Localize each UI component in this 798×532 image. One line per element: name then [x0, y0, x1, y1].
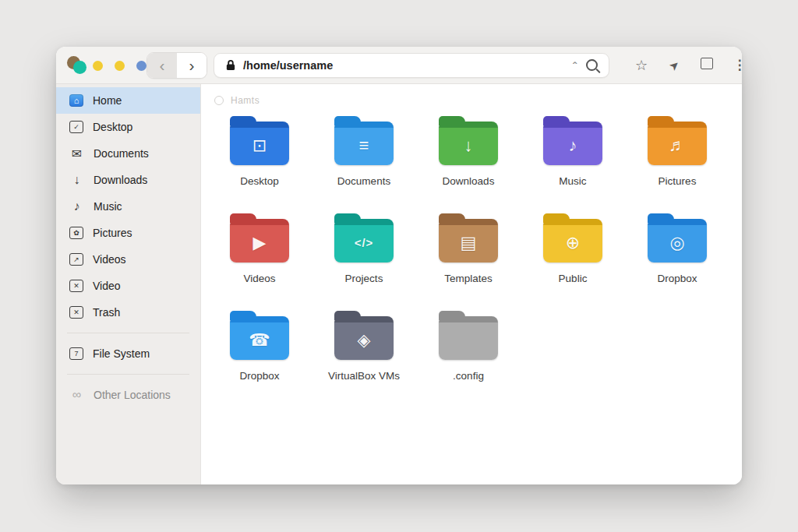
sidebar-item-file-system[interactable]: 7File System: [56, 340, 200, 367]
sidebar-item-desktop[interactable]: ✓Desktop: [56, 114, 200, 140]
forward-button[interactable]: ›: [177, 53, 207, 78]
folder-icon: ☎: [230, 316, 289, 360]
folder-icon: ≡: [334, 122, 394, 165]
traffic-dot-blue[interactable]: [136, 61, 147, 71]
sidebar-item-label: Videos: [93, 253, 126, 266]
folder-label: Downloads: [443, 175, 495, 187]
folder-label: Videos: [243, 273, 275, 284]
folder-tile-videos[interactable]: ▶Videos: [230, 213, 289, 284]
desktop-icon: ✓: [69, 121, 83, 133]
folder-label: Desktop: [240, 175, 279, 187]
folder-label: .config: [453, 370, 484, 382]
downloads-glyph-icon: ↓: [464, 137, 473, 154]
folder-label: Documents: [337, 175, 390, 187]
share-icon: ➤: [666, 57, 682, 74]
folder-tile-downloads[interactable]: ↓Downloads: [439, 115, 498, 187]
location-label: Hamts: [231, 95, 260, 106]
dropbox-glyph-icon: ◎: [669, 234, 684, 252]
traffic-dot-teal[interactable]: [73, 61, 87, 74]
sidebar-item-pictures[interactable]: ✿Pictures: [56, 220, 200, 246]
folder-tile-virtualbox-vms[interactable]: ◈VirtualBox VMs: [328, 310, 400, 382]
folder-grid: ⊡Desktop≡Documents↓Downloads♪Music♬Pictu…: [207, 115, 729, 382]
folder-label: Dropbox: [239, 370, 279, 382]
sidebar-item-downloads[interactable]: ↓Downloads: [56, 167, 200, 193]
folder-icon: ↓: [439, 122, 498, 165]
folder-tile-documents[interactable]: ≡Documents: [334, 115, 394, 187]
documents-glyph-icon: ≡: [359, 137, 369, 154]
file-system-icon: 7: [69, 347, 83, 360]
virtualbox-vms-glyph-icon: ◈: [358, 332, 371, 349]
folder-label: VirtualBox VMs: [328, 370, 400, 382]
folder-tile-dropbox[interactable]: ☎Dropbox: [230, 310, 289, 382]
trash-icon: ✕: [69, 306, 83, 319]
folder-tile-dropbox[interactable]: ◎Dropbox: [648, 213, 707, 284]
folder-label: Projects: [345, 273, 383, 284]
sidebar-item-trash[interactable]: ✕Trash: [56, 299, 200, 326]
folder-icon: ▤: [439, 219, 498, 262]
folder-label: Music: [559, 175, 586, 187]
menu-button[interactable]: ⋮: [723, 57, 742, 73]
folder-icon: ⊡: [230, 122, 289, 165]
folder-tile-music[interactable]: ♪Music: [543, 115, 602, 187]
sidebar-item-label: Pictures: [93, 227, 132, 239]
desktop-glyph-icon: ⊡: [252, 137, 267, 154]
location-header: Hamts: [214, 95, 260, 106]
sidebar-item-other-locations[interactable]: ∞Other Locations: [56, 382, 200, 408]
folder-icon: ◈: [334, 316, 394, 360]
folder-label: Templates: [444, 273, 493, 284]
sidebar-item-label: Music: [94, 200, 122, 213]
star-bookmark-button[interactable]: ☆: [625, 57, 658, 74]
video-icon: ✕: [69, 280, 83, 292]
templates-glyph-icon: ▤: [461, 234, 477, 252]
folder-label: Dropbox: [657, 273, 697, 284]
folder-tile-projects[interactable]: </>Projects: [334, 213, 394, 284]
folder-icon: </>: [334, 219, 394, 262]
sidebar: ⌂Home✓Desktop✉Documents↓Downloads♪Music✿…: [56, 84, 201, 484]
search-icon[interactable]: [586, 59, 598, 71]
traffic-dot-yellow-1[interactable]: [93, 61, 103, 71]
sidebar-item-label: Other Locations: [94, 389, 171, 401]
projects-glyph-icon: </>: [355, 237, 374, 248]
content-area: Hamts ⊡Desktop≡Documents↓Downloads♪Music…: [201, 84, 742, 484]
sidebar-divider: [67, 374, 189, 375]
sidebar-item-videos[interactable]: ↗Videos: [56, 246, 200, 273]
sidebar-item-home[interactable]: ⌂Home: [56, 87, 200, 114]
sidebar-item-documents[interactable]: ✉Documents: [56, 140, 200, 167]
window-controls: [67, 55, 147, 76]
folder-icon: [439, 316, 498, 360]
sidebar-divider: [67, 333, 189, 333]
view-toggle-button[interactable]: [690, 57, 723, 73]
sidebar-item-label: Documents: [94, 147, 149, 160]
sidebar-item-video[interactable]: ✕Video: [56, 273, 200, 299]
share-button[interactable]: ➤: [658, 57, 690, 73]
folder-icon: ◎: [648, 219, 707, 262]
documents-icon: ✉: [69, 146, 84, 161]
folder-icon: ♪: [543, 122, 602, 165]
toolbar-actions: ☆ ➤ ⋮: [625, 57, 742, 74]
sidebar-item-label: File System: [93, 347, 150, 360]
toolbar: ‹ › /home/username ˆ ☆ ➤ ⋮: [56, 47, 742, 84]
music-icon: ♪: [69, 199, 84, 213]
folder-tile-pictures[interactable]: ♬Pictures: [648, 115, 707, 187]
address-path: /home/username: [243, 59, 573, 72]
sidebar-item-label: Video: [93, 280, 121, 292]
folder-tile-desktop[interactable]: ⊡Desktop: [230, 115, 289, 187]
traffic-dot-yellow-2[interactable]: [115, 61, 125, 71]
other-locations-icon: ∞: [69, 388, 84, 402]
file-manager-window: ‹ › /home/username ˆ ☆ ➤ ⋮ ⌂Home✓Desktop…: [56, 47, 742, 484]
dropbox-glyph-icon: ☎: [249, 332, 270, 349]
sidebar-item-music[interactable]: ♪Music: [56, 193, 200, 220]
videos-icon: ↗: [69, 253, 83, 266]
caret-icon[interactable]: ˆ: [573, 60, 577, 73]
window-body: ⌂Home✓Desktop✉Documents↓Downloads♪Music✿…: [56, 84, 742, 484]
sidebar-item-label: Desktop: [93, 121, 132, 133]
folder-tile-templates[interactable]: ▤Templates: [439, 213, 498, 284]
back-button[interactable]: ‹: [147, 53, 177, 78]
folder-tile-public[interactable]: ⊕Public: [543, 213, 602, 284]
address-bar[interactable]: /home/username ˆ: [214, 53, 609, 78]
nav-buttons: ‹ ›: [147, 52, 207, 79]
sidebar-item-label: Home: [93, 94, 122, 107]
pictures-glyph-icon: ♬: [669, 137, 686, 154]
downloads-icon: ↓: [69, 173, 84, 187]
folder-tile-config[interactable]: .config: [439, 310, 498, 382]
